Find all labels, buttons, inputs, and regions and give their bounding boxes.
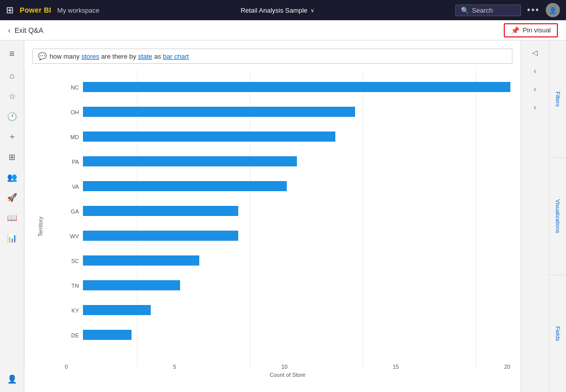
chart-area: 💬 how many stores are there by state as …: [24, 40, 520, 392]
tab-visualizations[interactable]: Visualizations: [549, 158, 566, 275]
qa-text-prefix: how many: [50, 53, 81, 60]
exit-qa-label: Exit Q&A: [15, 26, 43, 34]
sidebar-item-datasets[interactable]: 📊: [3, 229, 21, 247]
sidebar-item-workspaces[interactable]: 📖: [3, 208, 21, 227]
bar-label: SC: [65, 258, 79, 264]
bar-label: NC: [65, 84, 79, 91]
back-arrow-icon: ‹: [8, 26, 11, 34]
bar[interactable]: [83, 156, 297, 166]
bar[interactable]: [83, 231, 238, 241]
table-row: OH: [65, 101, 510, 123]
bar[interactable]: [83, 132, 335, 142]
secondary-nav: ‹ Exit Q&A 📌 Pin visual: [0, 20, 566, 40]
search-box[interactable]: 🔍 Search: [455, 5, 521, 16]
bar[interactable]: [83, 107, 355, 117]
visualizations-tab-label: Visualizations: [555, 199, 561, 233]
chevron-left-1-button[interactable]: ‹: [527, 63, 543, 79]
x-tick-10: 10: [281, 364, 287, 370]
back-button[interactable]: ‹: [8, 26, 11, 34]
avatar-icon: 👤: [549, 7, 557, 14]
grid-line-0: [24, 70, 25, 368]
chevron-left-2-button[interactable]: ‹: [527, 81, 543, 97]
x-ticks: 0 5 10 15 20: [65, 362, 510, 370]
sidebar-item-home[interactable]: ⌂: [3, 67, 21, 85]
bar-label: DE: [65, 332, 79, 338]
report-name: Retail Analysis Sample: [241, 7, 308, 14]
chevron-left-3-button[interactable]: ‹: [527, 99, 543, 115]
bar-label: MD: [65, 134, 79, 140]
collapse-panel-button[interactable]: ◁: [527, 45, 543, 61]
bar[interactable]: [83, 330, 132, 340]
bar[interactable]: [83, 82, 510, 92]
avatar[interactable]: 👤: [546, 3, 560, 17]
table-row: GA: [65, 200, 510, 223]
table-row: WV: [65, 225, 510, 247]
y-axis-label: Territory: [37, 216, 43, 237]
sidebar-item-profile[interactable]: 👤: [3, 370, 21, 388]
bar[interactable]: [83, 305, 151, 315]
qa-input-box[interactable]: 💬 how many stores are there by state as …: [32, 49, 512, 64]
tab-filters[interactable]: Filters: [549, 40, 566, 158]
top-nav: ⊞ Power BI My workspace Retail Analysis …: [0, 0, 566, 20]
qa-input-row: 💬 how many stores are there by state as …: [24, 49, 520, 70]
bar[interactable]: [83, 280, 180, 290]
pin-icon: 📌: [511, 26, 519, 34]
search-icon: 🔍: [461, 7, 469, 14]
bar-wrapper: [83, 155, 510, 168]
bar-wrapper: [83, 180, 510, 193]
report-chevron-icon[interactable]: ∨: [311, 8, 314, 13]
right-panel-controls: ◁ ‹ ‹ ‹: [521, 40, 549, 392]
bar[interactable]: [83, 181, 287, 191]
qa-state-link[interactable]: state: [138, 53, 152, 60]
bar-label: KY: [65, 308, 79, 314]
sidebar-item-learn[interactable]: 🚀: [3, 188, 21, 206]
more-options-button[interactable]: •••: [527, 5, 540, 16]
right-tabs: Filters Visualizations Fields: [549, 40, 566, 392]
fields-tab-label: Fields: [555, 326, 561, 341]
x-tick-0: 0: [65, 364, 68, 370]
x-tick-20: 20: [504, 364, 510, 370]
qa-stores-link[interactable]: stores: [81, 53, 99, 60]
bar-label: OH: [65, 109, 79, 115]
table-row: SC: [65, 250, 510, 272]
x-axis: 0 5 10 15 20 Count of Store: [65, 362, 510, 378]
qa-barchart-link[interactable]: bar chart: [163, 53, 189, 60]
table-row: PA: [65, 151, 510, 173]
bar-wrapper: [83, 204, 510, 217]
table-row: VA: [65, 176, 510, 198]
bar-label: GA: [65, 208, 79, 214]
bar-label: VA: [65, 184, 79, 190]
bar-wrapper: [83, 279, 510, 292]
bar-wrapper: [83, 303, 510, 317]
nav-left: ‹ Exit Q&A: [8, 26, 43, 34]
search-placeholder: Search: [472, 7, 493, 14]
sidebar-toggle-button[interactable]: ≡: [3, 45, 21, 63]
table-row: TN: [65, 275, 510, 297]
bar-wrapper: [83, 229, 510, 242]
bar-wrapper: [83, 328, 510, 341]
sidebar-item-recent[interactable]: 🕐: [3, 107, 21, 125]
sidebar-item-favorites[interactable]: ☆: [3, 87, 21, 105]
chat-bubble-icon: 💬: [38, 52, 47, 60]
sidebar-item-shared[interactable]: 👥: [3, 168, 21, 186]
x-tick-15: 15: [393, 364, 399, 370]
pin-visual-button[interactable]: 📌 Pin visual: [504, 23, 558, 37]
table-row: KY: [65, 299, 510, 322]
qa-text-mid: are there by: [99, 53, 138, 60]
main-layout: ≡ ⌂ ☆ 🕐 ＋ ⊞ 👥 🚀 📖 📊 👤 💬 how many stores …: [0, 40, 566, 392]
bar-label: TN: [65, 283, 79, 289]
sidebar-item-apps[interactable]: ⊞: [3, 148, 21, 166]
bar-wrapper: [83, 130, 510, 143]
x-tick-5: 5: [173, 364, 176, 370]
pin-visual-label: Pin visual: [523, 26, 551, 34]
sidebar-item-create[interactable]: ＋: [3, 127, 21, 146]
report-title: Retail Analysis Sample ∨: [105, 7, 449, 14]
app-grid-icon[interactable]: ⊞: [6, 5, 14, 16]
tab-fields[interactable]: Fields: [549, 275, 566, 392]
x-axis-label: Count of Store: [65, 372, 510, 378]
bar[interactable]: [83, 206, 238, 216]
workspace-label[interactable]: My workspace: [57, 7, 99, 14]
bar[interactable]: [83, 255, 199, 266]
table-row: DE: [65, 324, 510, 346]
right-panel: ◁ ‹ ‹ ‹ Filters Visualizations Fields: [520, 40, 566, 392]
